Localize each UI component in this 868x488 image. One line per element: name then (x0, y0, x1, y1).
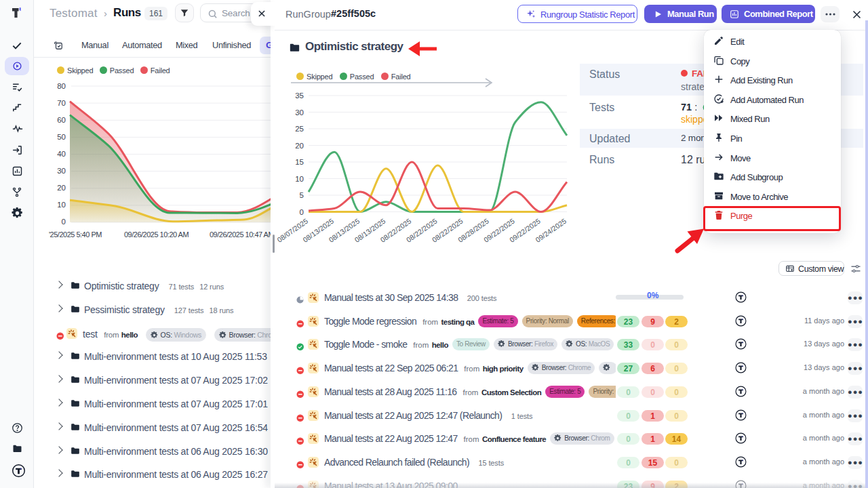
svg-text:30: 30 (295, 108, 304, 117)
svg-text:0: 0 (62, 218, 66, 226)
svg-text:30: 30 (57, 167, 66, 175)
svg-text:10: 10 (295, 175, 304, 183)
svg-text:10: 10 (57, 201, 66, 209)
svg-text:0: 0 (300, 208, 304, 216)
svg-text:60: 60 (57, 116, 66, 124)
svg-text:80: 80 (57, 82, 66, 90)
svg-text:70: 70 (57, 99, 66, 107)
svg-text:15: 15 (295, 158, 304, 166)
svg-text:20: 20 (295, 142, 304, 150)
svg-text:'25/2025 5:40 PM: '25/2025 5:40 PM (49, 230, 102, 239)
svg-text:50: 50 (57, 133, 66, 141)
svg-text:40: 40 (57, 150, 66, 158)
svg-text:35: 35 (295, 92, 304, 100)
svg-text:25: 25 (295, 125, 304, 133)
svg-text:5: 5 (300, 191, 304, 199)
svg-text:09/26/2025 10:47 AM: 09/26/2025 10:47 AM (210, 230, 274, 239)
svg-text:09/26/2025 10:20 AM: 09/26/2025 10:20 AM (124, 230, 189, 239)
svg-text:20: 20 (57, 184, 66, 192)
